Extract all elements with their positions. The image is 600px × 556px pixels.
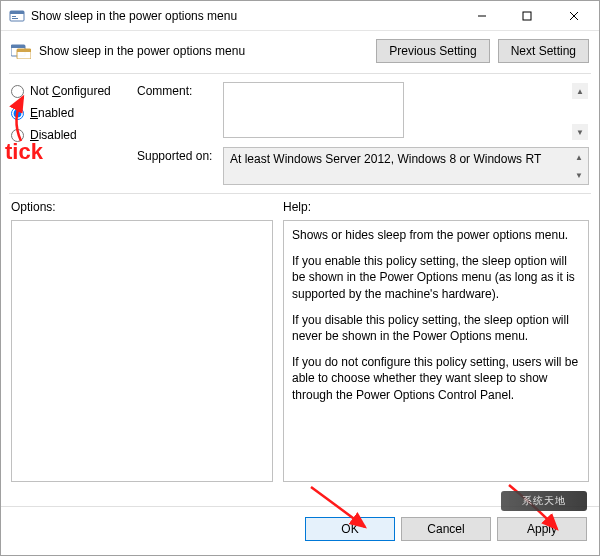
ok-button[interactable]: OK: [305, 517, 395, 541]
help-paragraph: Shows or hides sleep from the power opti…: [292, 227, 580, 243]
supported-on-value: At least Windows Server 2012, Windows 8 …: [223, 147, 589, 185]
svg-rect-5: [523, 12, 531, 20]
close-button[interactable]: [549, 1, 599, 30]
header-row: Show sleep in the power options menu Pre…: [1, 31, 599, 73]
options-pane: [11, 220, 273, 482]
pane-labels: Options: Help:: [1, 194, 599, 216]
help-label: Help:: [283, 200, 311, 214]
policy-dialog: Show sleep in the power options menu Sho…: [0, 0, 600, 556]
previous-setting-button[interactable]: Previous Setting: [376, 39, 489, 63]
supported-on-label: Supported on:: [137, 147, 217, 163]
scroll-up-icon[interactable]: ▲: [572, 83, 588, 99]
options-label: Options:: [11, 200, 273, 214]
config-area: Not Configured Enabled Disabled Comment:…: [1, 74, 599, 189]
svg-rect-2: [12, 16, 16, 17]
dialog-footer: OK Cancel Apply: [1, 506, 599, 555]
comment-textarea[interactable]: [223, 82, 404, 138]
enabled-label[interactable]: Enabled: [30, 106, 74, 120]
enabled-radio[interactable]: [11, 107, 24, 120]
svg-rect-1: [10, 11, 24, 14]
minimize-button[interactable]: [459, 1, 504, 30]
panes-row: Shows or hides sleep from the power opti…: [1, 216, 599, 506]
maximize-button[interactable]: [504, 1, 549, 30]
next-setting-button[interactable]: Next Setting: [498, 39, 589, 63]
scroll-up-icon[interactable]: ▲: [571, 149, 587, 165]
help-pane: Shows or hides sleep from the power opti…: [283, 220, 589, 482]
not-configured-radio[interactable]: [11, 85, 24, 98]
titlebar: Show sleep in the power options menu: [1, 1, 599, 31]
comment-label: Comment:: [137, 82, 217, 98]
scroll-down-icon[interactable]: ▼: [571, 167, 587, 183]
help-paragraph: If you enable this policy setting, the s…: [292, 253, 580, 302]
cancel-button[interactable]: Cancel: [401, 517, 491, 541]
gpedit-policy-icon: [9, 8, 25, 24]
svg-rect-11: [17, 49, 31, 52]
policy-icon: [11, 43, 31, 59]
svg-rect-3: [12, 18, 18, 19]
help-paragraph: If you disable this policy setting, the …: [292, 312, 580, 344]
help-paragraph: If you do not configure this policy sett…: [292, 354, 580, 403]
window-buttons: [459, 1, 599, 30]
apply-button[interactable]: Apply: [497, 517, 587, 541]
window-title: Show sleep in the power options menu: [31, 9, 459, 23]
disabled-label[interactable]: Disabled: [30, 128, 77, 142]
disabled-radio[interactable]: [11, 129, 24, 142]
fields-column: Comment: ▲ ▼ Supported on: At least Wind…: [137, 82, 589, 185]
state-radio-group: Not Configured Enabled Disabled: [11, 82, 133, 185]
not-configured-label[interactable]: Not Configured: [30, 84, 111, 98]
svg-rect-9: [11, 45, 25, 48]
policy-title: Show sleep in the power options menu: [39, 44, 368, 58]
scroll-down-icon[interactable]: ▼: [572, 124, 588, 140]
